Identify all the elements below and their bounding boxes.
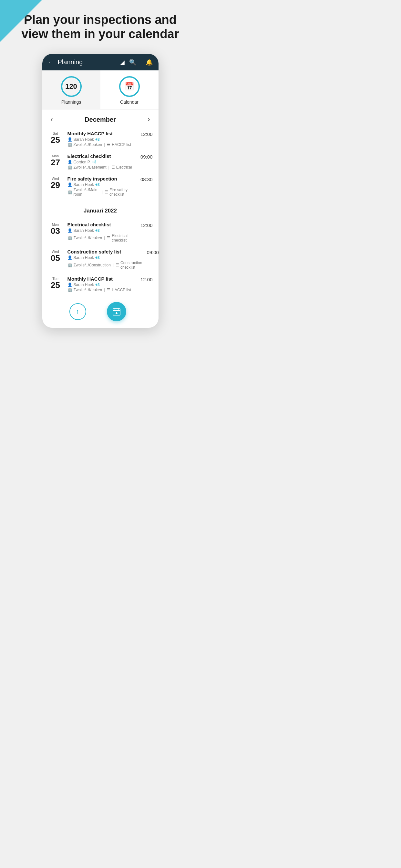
building-icon: 🏢 bbox=[67, 288, 72, 292]
person-extra: +3 bbox=[95, 283, 100, 287]
event-location: 🏢 Zwolle/../Basement | ☰ Electrical bbox=[67, 165, 136, 169]
month-title: December bbox=[85, 116, 116, 123]
prev-month-button[interactable]: ‹ bbox=[48, 115, 56, 124]
location-text: Zwolle/../Construction bbox=[73, 263, 111, 268]
section-divider-januari: Januari 2022 bbox=[42, 203, 158, 219]
divider-line-right bbox=[120, 211, 153, 211]
section-label-januari: Januari 2022 bbox=[84, 208, 117, 214]
event-title: Construction safety list bbox=[67, 249, 143, 254]
checklist-icon: ☰ bbox=[107, 236, 111, 240]
app-bar-title: Planning bbox=[58, 58, 116, 66]
event-person: 👤 Sarah Hoek +3 bbox=[67, 255, 143, 260]
checklist-icon: ☰ bbox=[116, 263, 119, 268]
checklist-icon: ☰ bbox=[112, 165, 115, 169]
event-person: 👤 Sarah Hoek +3 bbox=[67, 228, 136, 233]
december-events: Sat 25 Monthly HACCP list 👤 Sarah Hoek +… bbox=[42, 128, 158, 203]
event-day-num: 25 bbox=[48, 281, 63, 290]
tab-calendar[interactable]: 📅 Calendar bbox=[100, 70, 158, 109]
event-date: Wed 05 bbox=[48, 249, 63, 263]
event-info: Monthly HACCP list 👤 Sarah Hoek +3 🏢 Zwo… bbox=[67, 276, 136, 292]
person-icon: 👤 bbox=[67, 137, 72, 142]
person-name: Sarah Hoek bbox=[73, 255, 94, 260]
person-extra: +3 bbox=[95, 255, 100, 260]
event-info: Monthly HACCP list 👤 Sarah Hoek +3 🏢 Zwo… bbox=[67, 131, 136, 147]
calendar-icon: 📅 bbox=[125, 82, 134, 91]
tab-plannings[interactable]: 120 Plannings bbox=[42, 70, 100, 109]
event-list-item[interactable]: Wed 05 Construction safety list 👤 Sarah … bbox=[42, 246, 158, 273]
checklist-text: Construction checklist bbox=[120, 260, 142, 270]
event-location: 🏢 Zwolle/../Keuken | ☰ HACCP list bbox=[67, 143, 136, 147]
add-calendar-icon bbox=[112, 307, 121, 316]
month-nav: ‹ December › bbox=[42, 110, 158, 128]
event-time: 12:00 bbox=[141, 131, 153, 137]
event-list-item[interactable]: Sat 25 Monthly HACCP list 👤 Sarah Hoek +… bbox=[42, 128, 158, 150]
building-icon: 🏢 bbox=[67, 165, 72, 169]
event-day-num: 27 bbox=[48, 158, 63, 167]
scroll-up-fab[interactable]: ↑ bbox=[69, 303, 86, 320]
event-location: 🏢 Zwolle/../Construction | ☰ Constructio… bbox=[67, 260, 143, 270]
event-person: 👤 Sarah Hoek +3 bbox=[67, 137, 136, 142]
divider bbox=[141, 59, 141, 66]
building-icon: 🏢 bbox=[67, 236, 72, 240]
divider-line-left bbox=[48, 211, 81, 211]
person-icon: 👤 bbox=[67, 255, 72, 260]
next-month-button[interactable]: › bbox=[145, 115, 152, 124]
event-time: 08:30 bbox=[141, 176, 153, 182]
event-list-item[interactable]: Tue 25 Monthly HACCP list 👤 Sarah Hoek +… bbox=[42, 273, 158, 296]
person-extra: +3 bbox=[95, 228, 100, 233]
event-day-num: 29 bbox=[48, 181, 63, 190]
calendar-label: Calendar bbox=[120, 99, 138, 104]
event-time: 09:00 bbox=[141, 153, 153, 159]
location-text: Zwolle/../Main room bbox=[73, 188, 100, 197]
event-info: Construction safety list 👤 Sarah Hoek +3… bbox=[67, 249, 143, 270]
januari-events: Mon 03 Electrical checklist 👤 Sarah Hoek… bbox=[42, 219, 158, 299]
search-icon[interactable]: 🔍 bbox=[129, 59, 136, 66]
person-name: Sarah Hoek bbox=[73, 228, 94, 233]
event-person: 👤 Gordon P. +3 bbox=[67, 160, 136, 164]
event-title: Electrical checklist bbox=[67, 222, 136, 227]
event-date: Tue 25 bbox=[48, 276, 63, 290]
event-info: Fire safety inspection 👤 Sarah Hoek +3 🏢… bbox=[67, 176, 136, 197]
event-location: 🏢 Zwolle/../Main room | ☰ Fire safety ch… bbox=[67, 188, 136, 197]
phone-mockup: ← Planning ◢ 🔍 🔔 120 Plannings 📅 Calenda… bbox=[42, 54, 158, 328]
event-list-item[interactable]: Mon 03 Electrical checklist 👤 Sarah Hoek… bbox=[42, 219, 158, 246]
building-icon: 🏢 bbox=[67, 143, 72, 147]
app-bar-actions: ◢ 🔍 🔔 bbox=[120, 59, 153, 66]
plannings-circle: 120 bbox=[61, 76, 82, 97]
event-info: Electrical checklist 👤 Sarah Hoek +3 🏢 Z… bbox=[67, 222, 136, 243]
calendar-circle: 📅 bbox=[119, 76, 140, 97]
decorative-triangle bbox=[0, 0, 42, 42]
person-name: Gordon P. bbox=[73, 160, 91, 164]
event-day-num: 03 bbox=[48, 226, 63, 236]
plannings-label: Plannings bbox=[61, 99, 81, 104]
event-date: Mon 27 bbox=[48, 153, 63, 167]
person-icon: 👤 bbox=[67, 228, 72, 233]
location-text: Zwolle/../Keuken bbox=[73, 143, 102, 147]
event-date: Wed 29 bbox=[48, 176, 63, 190]
event-list-item[interactable]: Mon 27 Electrical checklist 👤 Gordon P. … bbox=[42, 150, 158, 173]
event-title: Monthly HACCP list bbox=[67, 131, 136, 136]
back-button[interactable]: ← bbox=[48, 59, 54, 66]
app-bar: ← Planning ◢ 🔍 🔔 bbox=[42, 54, 158, 70]
person-extra: +3 bbox=[95, 182, 100, 187]
person-extra: +3 bbox=[95, 137, 100, 142]
event-info: Electrical checklist 👤 Gordon P. +3 🏢 Zw… bbox=[67, 153, 136, 169]
checklist-icon: ☰ bbox=[107, 288, 111, 292]
checklist-text: Fire safety checklist bbox=[110, 188, 136, 197]
add-planning-fab[interactable] bbox=[107, 302, 126, 321]
event-person: 👤 Sarah Hoek +3 bbox=[67, 283, 136, 287]
plannings-count: 120 bbox=[65, 82, 77, 91]
tab-bar: 120 Plannings 📅 Calendar bbox=[42, 70, 158, 110]
notification-icon[interactable]: 🔔 bbox=[146, 59, 153, 66]
event-title: Fire safety inspection bbox=[67, 176, 136, 182]
event-list-item[interactable]: Wed 29 Fire safety inspection 👤 Sarah Ho… bbox=[42, 173, 158, 200]
event-date: Mon 03 bbox=[48, 222, 63, 236]
person-name: Sarah Hoek bbox=[73, 137, 94, 142]
event-day-num: 25 bbox=[48, 135, 63, 145]
building-icon: 🏢 bbox=[67, 263, 72, 268]
checklist-text: Electrical bbox=[116, 165, 132, 169]
event-location: 🏢 Zwolle/../Keuken | ☰ Electrical checkl… bbox=[67, 234, 136, 243]
filter-icon[interactable]: ◢ bbox=[120, 59, 125, 66]
building-icon: 🏢 bbox=[67, 190, 72, 194]
event-title: Monthly HACCP list bbox=[67, 276, 136, 282]
